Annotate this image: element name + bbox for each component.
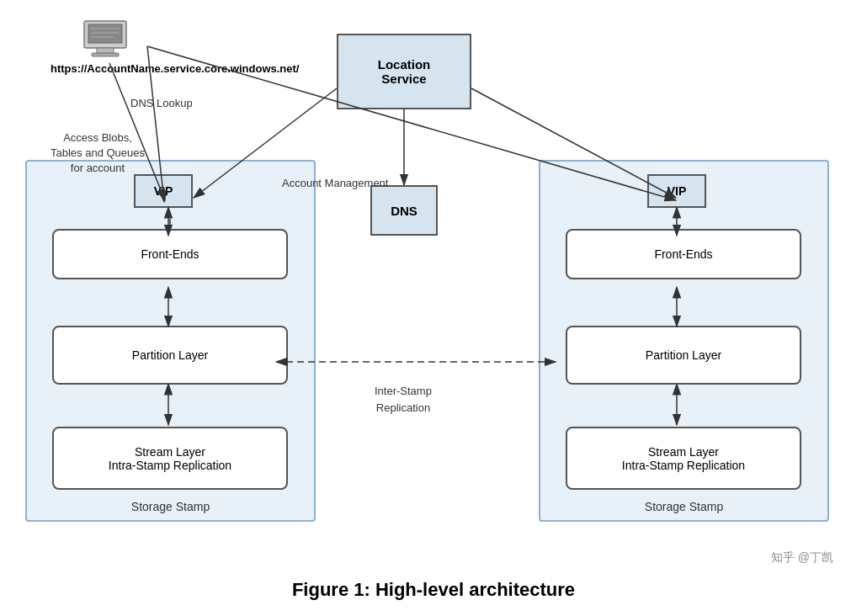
vip-right-box: VIP [647, 174, 706, 208]
dns-lookup-annotation: DNS Lookup [130, 97, 193, 109]
front-ends-right-box: Front-Ends [566, 229, 801, 279]
partition-layer-right-label: Partition Layer [646, 348, 721, 362]
storage-stamp-left: VIP Front-Ends Partition Layer Stream La… [25, 160, 316, 522]
front-ends-left-box: Front-Ends [52, 229, 288, 279]
stream-layer-right-line1: Stream Layer [622, 445, 745, 459]
inter-stamp-line1: Inter-Stamp [375, 383, 432, 400]
inter-stamp-annotation: Inter-Stamp Replication [375, 383, 432, 416]
svg-rect-2 [97, 48, 114, 53]
vip-left-box: VIP [134, 174, 193, 208]
stream-layer-left-line2: Intra-Stamp Replication [109, 459, 231, 472]
dns-center-box: DNS [370, 185, 438, 236]
account-management-annotation: Account Management [282, 177, 388, 189]
stream-layer-right-box: Stream Layer Intra-Stamp Replication [566, 427, 801, 490]
storage-stamp-right: VIP Front-Ends Partition Layer Stream La… [539, 160, 829, 522]
svg-rect-1 [88, 24, 122, 43]
diagram-area: https://AccountName.service.core.windows… [0, 0, 867, 581]
partition-layer-left-box: Partition Layer [52, 326, 288, 385]
figure-caption: Figure 1: High-level architecture [0, 579, 867, 601]
stream-layer-left-box: Stream Layer Intra-Stamp Replication [52, 427, 288, 490]
storage-stamp-right-label: Storage Stamp [540, 500, 827, 513]
inter-stamp-line2: Replication [375, 400, 432, 417]
server-url: https://AccountName.service.core.windows… [51, 62, 160, 75]
partition-layer-left-label: Partition Layer [132, 348, 208, 362]
front-ends-left-label: Front-Ends [141, 247, 199, 261]
server-image [80, 17, 130, 59]
vip-left-label: VIP [154, 184, 173, 198]
dns-label: DNS [391, 204, 418, 218]
location-service-box: Location Service [337, 34, 471, 109]
location-service-line2: Service [378, 72, 431, 86]
stream-layer-right-line2: Intra-Stamp Replication [622, 459, 745, 472]
svg-rect-3 [92, 53, 119, 56]
server-icon-area: https://AccountName.service.core.windows… [51, 17, 160, 75]
stream-layer-left-line1: Stream Layer [109, 445, 231, 459]
storage-stamp-left-label: Storage Stamp [27, 500, 314, 513]
partition-layer-right-box: Partition Layer [566, 326, 801, 385]
watermark: 知乎 @丁凯 [771, 550, 833, 566]
vip-right-label: VIP [668, 184, 687, 198]
front-ends-right-label: Front-Ends [654, 247, 712, 261]
location-service-line1: Location [378, 57, 431, 72]
access-blobs-annotation: Access Blobs, Tables and Queues for acco… [51, 130, 145, 177]
